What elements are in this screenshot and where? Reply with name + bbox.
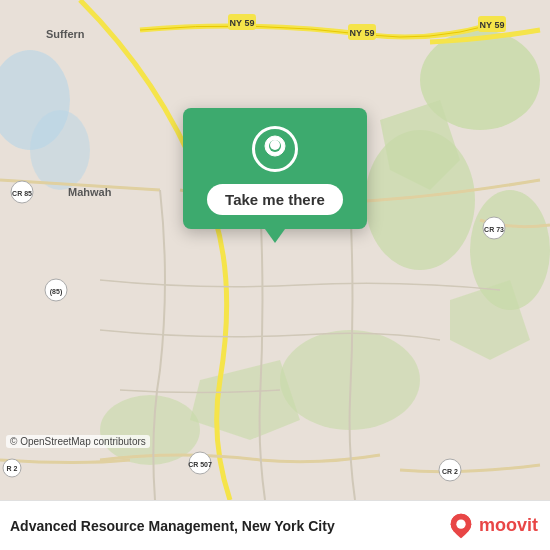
location-name: Advanced Resource Management, New York C…: [10, 518, 335, 534]
bottom-left-section: Advanced Resource Management, New York C…: [10, 518, 335, 534]
svg-text:NY 59: NY 59: [230, 18, 255, 28]
svg-text:NY 59: NY 59: [350, 28, 375, 38]
svg-text:NY 59: NY 59: [480, 20, 505, 30]
bottom-bar: Advanced Resource Management, New York C…: [0, 500, 550, 550]
svg-text:CR 85: CR 85: [12, 190, 32, 197]
svg-text:Suffern: Suffern: [46, 28, 85, 40]
svg-text:Mahwah: Mahwah: [68, 186, 112, 198]
svg-text:CR 507: CR 507: [188, 461, 212, 468]
popup-card: Take me there: [183, 108, 367, 229]
svg-point-35: [456, 519, 465, 528]
svg-text:CR 73: CR 73: [484, 226, 504, 233]
location-icon-wrapper: [252, 126, 298, 172]
moovit-brand-text: moovit: [479, 515, 538, 536]
moovit-logo: moovit: [447, 512, 538, 540]
attribution-text: © OpenStreetMap contributors: [10, 436, 146, 447]
svg-text:R 2: R 2: [7, 465, 18, 472]
svg-point-33: [270, 140, 280, 150]
take-me-there-button[interactable]: Take me there: [207, 184, 343, 215]
map-attribution: © OpenStreetMap contributors: [6, 435, 150, 448]
map-container: NY 59 NY 59 NY 59 CR 85 CR 73 CR 507 R 2…: [0, 0, 550, 500]
svg-text:(85): (85): [50, 288, 62, 296]
location-pin-icon: [262, 133, 288, 165]
svg-text:CR 2: CR 2: [442, 468, 458, 475]
moovit-pin-icon: [447, 512, 475, 540]
map-background: NY 59 NY 59 NY 59 CR 85 CR 73 CR 507 R 2…: [0, 0, 550, 500]
svg-point-7: [30, 110, 90, 190]
